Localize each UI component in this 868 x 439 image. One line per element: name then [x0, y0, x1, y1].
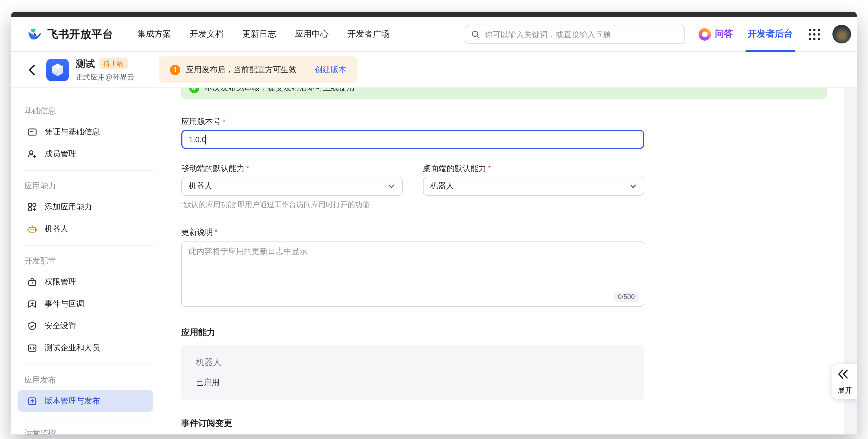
qa-ring-icon [699, 28, 711, 40]
app-launcher-icon[interactable] [808, 27, 821, 41]
nav-item-solutions[interactable]: 集成方案 [137, 29, 171, 39]
sidebar-section-dev-config: 开发配置 [18, 252, 159, 271]
changelog-textarea-wrap: 0/500 [181, 241, 644, 307]
feishu-bird-icon [27, 27, 42, 42]
sidebar-item-permissions[interactable]: 权限管理 [18, 271, 153, 293]
app-header: 测试 待上线 正式应用@环界云 ! 应用发布后，当前配置方可生效 创建版本 [11, 52, 857, 88]
sidebar-section-capabilities: 应用能力 [18, 177, 159, 196]
sidebar-section-monitoring: 运营监控 [18, 424, 159, 435]
desktop-capability-select[interactable]: 机器人 [423, 177, 644, 196]
event-callback-icon [27, 299, 37, 309]
desktop-capability-label: 桌面端的默认能力* [423, 164, 644, 174]
changelog-label: 更新说明* [181, 227, 857, 238]
warning-icon: ! [170, 65, 180, 75]
mobile-capability-label: 移动端的默认能力* [181, 164, 403, 174]
banner-text: 本次发布免审核，提交发布后即可上线使用 [205, 88, 355, 93]
shield-check-icon [27, 321, 37, 331]
app-name: 测试 [76, 57, 95, 70]
expand-panel-button[interactable]: 展开 [832, 364, 857, 399]
feishu-logo[interactable]: 飞书开放平台 [27, 27, 114, 42]
capability-hint: “默认的应用功能”即用户通过工作台访问应用时打开的功能 [181, 200, 403, 210]
app-icon [46, 58, 69, 81]
sidebar-item-credentials[interactable]: 凭证与基础信息 [18, 121, 153, 143]
grid-plus-icon [27, 202, 37, 212]
version-input[interactable] [181, 130, 644, 149]
chevron-left-icon [28, 64, 35, 75]
event-section-title: 事件订阅变更 [181, 418, 857, 429]
required-asterisk: * [222, 117, 226, 126]
publish-arrow-icon [27, 396, 37, 406]
success-banner: 本次发布免审核，提交发布后即可上线使用 [181, 88, 827, 99]
global-search[interactable] [465, 25, 685, 44]
mobile-capability-select[interactable]: 机器人 [181, 177, 403, 196]
nav-item-changelog[interactable]: 更新日志 [242, 29, 276, 39]
screen: 飞书开放平台 集成方案 开发文档 更新日志 应用中心 开发者广场 问答 [0, 0, 868, 439]
sidebar-section-release: 应用发布 [18, 371, 159, 390]
check-circle-icon [189, 88, 199, 93]
member-add-icon [27, 149, 37, 159]
back-button[interactable] [25, 63, 38, 76]
search-input[interactable] [485, 30, 679, 39]
sidebar-section-basic-info: 基础信息 [18, 102, 159, 121]
window-titlebar [11, 12, 857, 17]
briefcase-lock-icon [27, 277, 37, 287]
status-badge: 待上线 [99, 58, 128, 69]
browser-window: 飞书开放平台 集成方案 开发文档 更新日志 应用中心 开发者广场 问答 [11, 12, 857, 435]
primary-nav: 集成方案 开发文档 更新日志 应用中心 开发者广场 [137, 29, 390, 39]
qa-button[interactable]: 问答 [699, 28, 733, 40]
nav-item-docs[interactable]: 开发文档 [190, 29, 224, 39]
capability-status: 已启用 [196, 377, 630, 387]
nav-item-app-center[interactable]: 应用中心 [295, 29, 329, 39]
sidebar-item-bot[interactable]: 机器人 [18, 218, 153, 240]
sidebar-divider [24, 170, 154, 171]
robot-icon [27, 224, 37, 234]
active-tab-indicator [745, 49, 795, 52]
chevron-down-icon [629, 182, 637, 190]
char-counter: 0/500 [614, 292, 639, 302]
create-version-link[interactable]: 创建版本 [315, 65, 346, 75]
sidebar-item-events[interactable]: 事件与回调 [18, 293, 153, 315]
credential-card-icon [27, 127, 37, 137]
app-subtitle: 正式应用@环界云 [76, 72, 134, 82]
sidebar-divider [24, 365, 154, 365]
sidebar-divider [24, 245, 154, 246]
sidebar: 基础信息 凭证与基础信息 成员管理 [11, 88, 159, 435]
logo-wordmark: 飞书开放平台 [48, 27, 114, 41]
capability-name: 机器人 [196, 357, 630, 368]
publish-notice: ! 应用发布后，当前配置方可生效 创建版本 [159, 57, 358, 83]
double-chevron-left-icon [837, 369, 849, 379]
notice-text: 应用发布后，当前配置方可生效 [186, 65, 297, 75]
sidebar-item-security[interactable]: 安全设置 [18, 315, 153, 337]
main-content: 本次发布免审核，提交发布后即可上线使用 应用版本号* 移动端的默认能力* [159, 88, 857, 435]
chevron-down-icon [388, 182, 395, 190]
code-box-icon [27, 343, 37, 353]
version-label: 应用版本号* [181, 117, 857, 127]
version-input-wrap [181, 130, 644, 149]
body-row: 基础信息 凭证与基础信息 成员管理 [11, 88, 857, 435]
qa-label: 问答 [715, 28, 733, 40]
sidebar-item-test-company[interactable]: 测试企业和人员 [18, 337, 153, 359]
search-icon [471, 30, 480, 39]
expand-label: 展开 [837, 385, 857, 396]
user-avatar[interactable] [832, 25, 851, 43]
text-cursor [205, 135, 206, 144]
nav-item-dev-plaza[interactable]: 开发者广场 [347, 29, 390, 39]
app-title-block: 测试 待上线 正式应用@环界云 [76, 57, 134, 82]
sidebar-item-version-release[interactable]: 版本管理与发布 [18, 390, 153, 412]
sidebar-divider [24, 417, 154, 418]
tab-developer-console[interactable]: 开发者后台 [748, 16, 793, 52]
sidebar-item-add-capability[interactable]: 添加应用能力 [18, 196, 153, 218]
changelog-textarea[interactable] [182, 241, 644, 294]
sidebar-item-members[interactable]: 成员管理 [18, 143, 153, 165]
capability-section-title: 应用能力 [181, 327, 857, 338]
capability-selects-row: 移动端的默认能力* 机器人 “默认的应用功能”即用户通过工作台访问应用时打开的功… [181, 164, 857, 210]
capability-summary-box: 机器人 已启用 [181, 345, 644, 400]
top-navigation: 飞书开放平台 集成方案 开发文档 更新日志 应用中心 开发者广场 问答 [11, 17, 857, 52]
